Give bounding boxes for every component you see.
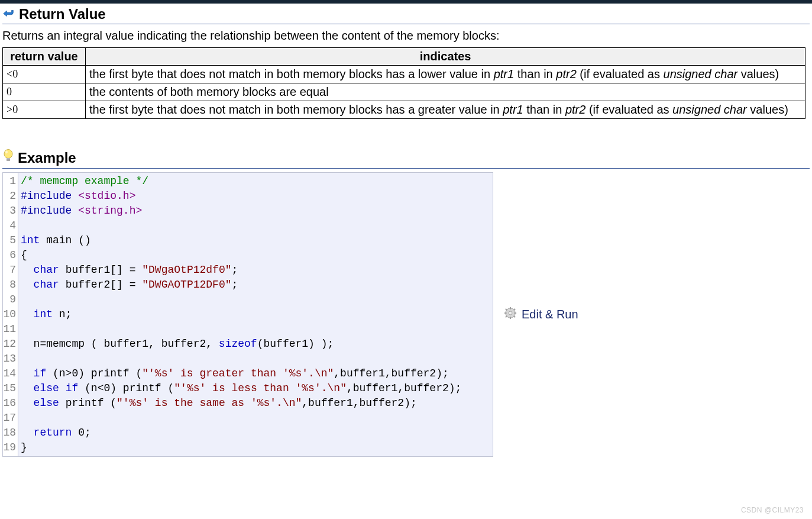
svg-point-0 [4,150,12,159]
table-row: >0 the first byte that does not match in… [3,101,805,119]
svg-point-1 [5,151,8,154]
ret-desc-cell: the first byte that does not match in bo… [86,101,805,119]
return-icon [2,7,15,22]
return-value-title: Return Value [19,6,106,22]
svg-rect-9 [514,312,516,314]
table-header-indicates: indicates [86,48,805,66]
ret-desc-cell: the contents of both memory blocks are e… [86,83,805,101]
svg-point-14 [509,311,512,315]
svg-rect-8 [504,312,507,314]
table-row: 0 the contents of both memory blocks are… [3,83,805,101]
edit-run-button[interactable]: Edit & Run [504,307,578,323]
line-numbers: 12345678910111213141516171819 [3,173,18,456]
ret-value-cell: <0 [3,66,86,83]
lightbulb-icon [2,149,14,167]
example-header: Example [2,149,810,169]
return-value-table: return value indicates <0 the first byte… [2,47,805,119]
gear-icon [504,307,517,323]
edit-run-label: Edit & Run [522,308,578,321]
table-header-value: return value [3,48,86,66]
ret-desc-cell: the first byte that does not match in bo… [86,66,805,83]
svg-rect-6 [510,307,511,310]
source-code: /* memcmp example */ #include <stdio.h> … [18,173,493,456]
code-block: 12345678910111213141516171819 /* memcmp … [2,172,493,457]
ret-value-cell: 0 [3,83,86,101]
svg-rect-7 [510,317,511,319]
return-value-header: Return Value [2,6,810,24]
table-row: <0 the first byte that does not match in… [3,66,805,83]
example-title: Example [18,150,76,166]
return-value-description: Returns an integral value indicating the… [2,29,810,43]
ret-value-cell: >0 [3,101,86,119]
